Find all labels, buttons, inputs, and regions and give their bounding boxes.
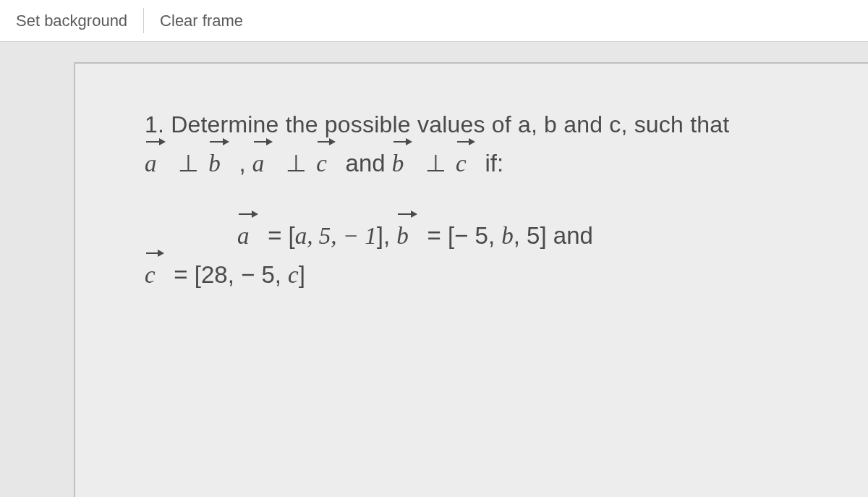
vector-a-def: a xyxy=(237,218,250,255)
problem-intro: Determine the possible values of a, b an… xyxy=(171,111,729,137)
perp-symbol-3: ⊥ xyxy=(416,150,456,177)
toolbar: Set background Clear frame xyxy=(0,0,868,42)
close-a: ], xyxy=(377,222,397,249)
vector-a: a xyxy=(145,145,157,182)
and-word-2: and xyxy=(553,222,593,249)
vector-a-body: a, 5, − 1 xyxy=(295,223,377,249)
equals-open-b: = [− 5, xyxy=(420,222,501,249)
vector-c-2: c xyxy=(456,145,467,182)
vector-a-2: a xyxy=(252,145,265,182)
problem-line-2: a ⊥ b , a ⊥ c and b ⊥ c if: xyxy=(145,145,839,182)
problem-line-3: a = [a, 5, − 1], b = [− 5, b, 5] and xyxy=(145,217,839,255)
vector-b-body: b xyxy=(501,223,514,249)
problem-text: 1. Determine the possible values of a, b… xyxy=(145,107,839,294)
equals-open-a: = [ xyxy=(261,222,295,249)
vector-b-2: b xyxy=(392,145,404,182)
vector-c-def: c xyxy=(145,257,156,294)
set-background-button[interactable]: Set background xyxy=(0,0,143,41)
clear-frame-button[interactable]: Clear frame xyxy=(144,0,259,41)
perp-symbol: ⊥ xyxy=(169,150,208,177)
comma: , xyxy=(232,150,252,177)
vector-b-def: b xyxy=(396,218,409,255)
close-c: ] xyxy=(299,261,305,288)
equals-open-c: = [28, − 5, xyxy=(167,261,288,288)
vector-b: b xyxy=(208,145,221,182)
problem-number: 1. xyxy=(145,111,171,137)
if-word: if: xyxy=(478,150,503,177)
canvas-area: 1. Determine the possible values of a, b… xyxy=(0,42,868,497)
problem-line-4: c = [28, − 5, c] xyxy=(145,256,839,294)
vector-c: c xyxy=(316,145,327,182)
perp-symbol-2: ⊥ xyxy=(276,150,316,177)
and-word: and xyxy=(339,150,391,177)
vector-c-body: c xyxy=(288,262,299,288)
whiteboard-frame[interactable]: 1. Determine the possible values of a, b… xyxy=(74,62,868,497)
problem-line-1: 1. Determine the possible values of a, b… xyxy=(145,107,839,143)
close-b: , 5] xyxy=(514,222,553,249)
